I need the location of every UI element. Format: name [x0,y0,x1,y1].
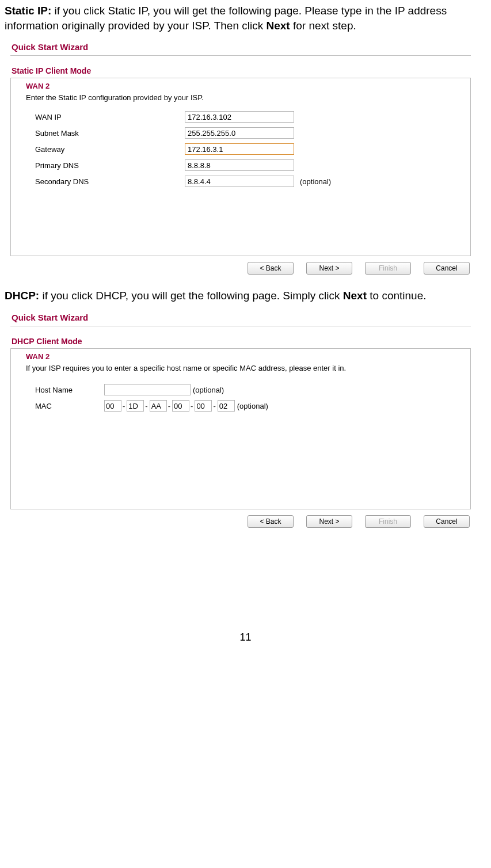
cancel-button-2[interactable]: Cancel [424,515,470,528]
secondary-dns-input[interactable] [185,176,294,187]
wizard-title: Quick Start Wizard [12,42,471,52]
mac-input-6[interactable] [218,400,235,412]
label-gateway: Gateway [26,145,185,154]
mac-input-1[interactable] [104,400,121,412]
paragraph-static-ip: Static IP: if you click Static IP, you w… [5,3,486,33]
mac-sep: - [123,402,125,410]
dhcp-panel: WAN 2 If your ISP requires you to enter … [10,348,471,509]
wan-ip-input[interactable] [185,111,294,123]
label-mac: MAC [26,402,104,410]
mac-input-5[interactable] [195,400,212,412]
mac-sep: - [168,402,170,410]
optional-label-2: (optional) [193,386,224,394]
label-pdns: Primary DNS [26,161,185,170]
static-mode-title: Static IP Client Mode [12,66,471,75]
page-number: 11 [5,631,486,644]
next-button-2[interactable]: Next > [306,515,352,528]
static-ip-panel: WAN 2 Enter the Static IP configuration … [10,78,471,256]
mac-sep: - [191,402,193,410]
finish-button-2: Finish [365,515,411,528]
divider-2 [10,326,471,326]
divider [10,55,471,56]
optional-label-1: (optional) [300,177,331,186]
text-static-ip: if you click Static IP, you will get the… [5,5,447,32]
wan-heading: WAN 2 [26,82,465,90]
dhcp-desc: If your ISP requires you to enter a spec… [26,363,465,374]
gateway-input[interactable] [185,143,294,155]
static-desc: Enter the Static IP configuration provid… [26,93,465,103]
bold-next-2: Next [343,290,367,302]
mac-input-3[interactable] [150,400,167,412]
cancel-button[interactable]: Cancel [424,262,470,275]
static-ip-screenshot: Quick Start Wizard Static IP Client Mode… [10,42,471,275]
next-button[interactable]: Next > [306,262,352,275]
tail-dhcp: to continue. [367,290,427,302]
bold-next-1: Next [266,20,290,32]
wan-heading-2: WAN 2 [26,352,465,361]
hostname-input[interactable] [104,384,191,395]
paragraph-dhcp: DHCP: if you click DHCP, you will get th… [5,288,486,303]
mac-input-2[interactable] [127,400,144,412]
finish-button: Finish [365,262,411,275]
back-button[interactable]: < Back [248,262,294,275]
dhcp-mode-title: DHCP Client Mode [12,337,471,346]
subnet-input[interactable] [185,127,294,139]
lead-dhcp: DHCP: [5,290,39,302]
text-dhcp: if you click DHCP, you will get the foll… [39,290,343,302]
label-subnet: Subnet Mask [26,129,185,138]
lead-static-ip: Static IP: [5,5,51,17]
back-button-2[interactable]: < Back [248,515,294,528]
primary-dns-input[interactable] [185,159,294,171]
dhcp-screenshot: Quick Start Wizard DHCP Client Mode WAN … [10,313,471,528]
mac-sep: - [213,402,215,410]
label-hostname: Host Name [26,386,104,394]
tail-static-ip: for next step. [290,20,356,32]
label-wan-ip: WAN IP [26,113,185,121]
label-sdns: Secondary DNS [26,177,185,186]
mac-input-4[interactable] [172,400,189,412]
optional-label-3: (optional) [237,402,268,410]
mac-sep: - [145,402,147,410]
wizard-title-2: Quick Start Wizard [12,313,471,322]
